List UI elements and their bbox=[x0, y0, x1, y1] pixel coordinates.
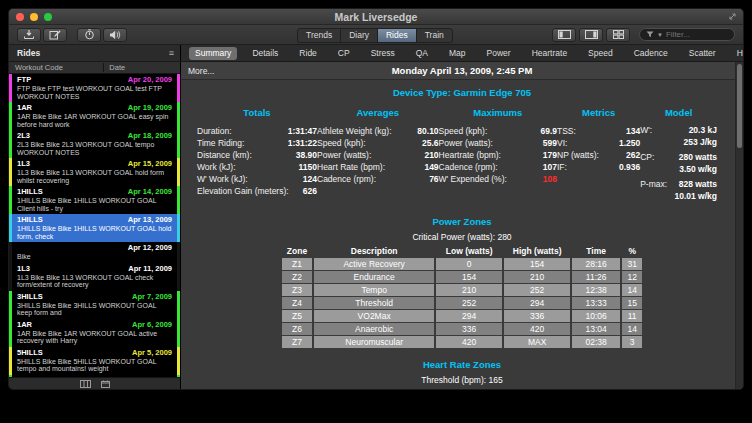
metric-label: Speed (kph): bbox=[439, 125, 488, 137]
view-diary[interactable]: Diary bbox=[341, 29, 378, 42]
zone-header-row: Zone Description Low (watts) High (watts… bbox=[282, 246, 642, 257]
ride-list-item[interactable]: FTPApr 20, 2009 FTP Bike FTP test WORKOU… bbox=[9, 74, 180, 102]
maximums-title: Maximums bbox=[439, 107, 557, 118]
tab-cadence[interactable]: Cadence bbox=[628, 47, 674, 60]
tab-heartrate[interactable]: Heartrate bbox=[526, 47, 573, 60]
metric-value: 253 J/kg bbox=[683, 137, 717, 147]
toggle-lowbar-button[interactable] bbox=[579, 28, 603, 42]
ride-color-stripe bbox=[9, 158, 12, 186]
metric-label: VI: bbox=[557, 137, 567, 149]
download-icon bbox=[23, 29, 35, 40]
rides-sidebar: Workout Code Date FTPApr 20, 2009 FTP Bi… bbox=[9, 62, 181, 390]
tab-stress[interactable]: Stress bbox=[365, 47, 401, 60]
ride-description: Bike bbox=[17, 253, 172, 261]
tab-row: Rides ≡ Summary Details Ride CP Stress Q… bbox=[9, 45, 743, 62]
tab-summary[interactable]: Summary bbox=[189, 47, 237, 60]
ride-list-item[interactable]: 5HILLSApr 5, 2009 5HILLS Bike Bike 5HILL… bbox=[9, 347, 180, 375]
power-zones-table: Zone Description Low (watts) High (watts… bbox=[280, 245, 644, 349]
tab-cp[interactable]: CP bbox=[332, 47, 356, 60]
summary-header-band: More... Monday April 13, 2009, 2:45 PM bbox=[181, 62, 743, 80]
fullscreen-icon[interactable] bbox=[728, 12, 737, 21]
tab-speed[interactable]: Speed bbox=[582, 47, 619, 60]
sidebar-menu-icon[interactable]: ≡ bbox=[169, 49, 174, 58]
ride-list-item[interactable]: 1HILLSApr 14, 2009 1HILLS Bike Bike 1HIL… bbox=[9, 186, 180, 214]
ride-summary-view: More... Monday April 13, 2009, 2:45 PM D… bbox=[181, 62, 743, 390]
column-date[interactable]: Date bbox=[104, 63, 180, 72]
tab-map[interactable]: Map bbox=[443, 47, 472, 60]
ride-description: 5HILLS Bike Bike 5HILLS WORKOUT GOAL tem… bbox=[17, 358, 172, 373]
main-scrollbar[interactable] bbox=[735, 62, 743, 390]
tab-details[interactable]: Details bbox=[246, 47, 284, 60]
more-link[interactable]: More... bbox=[188, 66, 214, 76]
tab-power[interactable]: Power bbox=[481, 47, 517, 60]
filter-input[interactable] bbox=[666, 30, 728, 39]
sidebar-panel-icon bbox=[558, 30, 571, 39]
ride-list-item[interactable]: 3HILLSApr 7, 2009 3HILLS Bike Bike 3HILL… bbox=[9, 291, 180, 319]
ride-list-item[interactable]: 1L3Apr 15, 2009 1L3 Bike Bike 1L3 WORKOU… bbox=[9, 158, 180, 186]
tab-qa[interactable]: QA bbox=[410, 47, 434, 60]
audio-button[interactable] bbox=[103, 28, 127, 42]
stopwatch-icon bbox=[84, 29, 95, 40]
ride-list-item[interactable]: 1ARApr 19, 2009 1AR Bike Bike 1AR WORKOU… bbox=[9, 102, 180, 130]
metric-label: Time Riding: bbox=[197, 137, 244, 149]
ride-code: 1L3 bbox=[17, 265, 30, 273]
ride-date: Apr 13, 2009 bbox=[128, 216, 172, 224]
zone-cell: 12 bbox=[622, 271, 642, 283]
hr-zones-title: Heart Rate Zones bbox=[181, 359, 743, 370]
zone-cell: 252 bbox=[436, 297, 502, 309]
tile-view-button[interactable] bbox=[606, 28, 630, 42]
metric-value: 80.10 bbox=[417, 125, 438, 137]
scrollbar-thumb[interactable] bbox=[737, 64, 742, 148]
ride-list-item[interactable]: 2L3Apr 4, 2009 2L3 Bike Bike 2L3 WORKOUT… bbox=[9, 375, 180, 378]
metric-label: Athlete Weight (kg): bbox=[317, 125, 392, 137]
zone-cell: MAX bbox=[504, 336, 570, 348]
zone-cell: Z2 bbox=[282, 271, 312, 283]
metric-value: 38.90 bbox=[296, 149, 317, 161]
ride-color-stripe bbox=[9, 242, 12, 263]
ride-color-stripe bbox=[9, 375, 12, 378]
download-ride-button[interactable] bbox=[17, 28, 41, 42]
ride-date: Apr 20, 2009 bbox=[128, 76, 172, 84]
ride-list-item[interactable]: 1ARApr 6, 2009 1AR Bike Bike 1AR WORKOUT… bbox=[9, 319, 180, 347]
view-trends[interactable]: Trends bbox=[298, 29, 341, 42]
ride-list-columns: Workout Code Date bbox=[9, 62, 180, 74]
metric-value: 0.936 bbox=[619, 161, 640, 173]
metric-label: W' Expended (%): bbox=[439, 173, 507, 185]
view-rides[interactable]: Rides bbox=[378, 29, 417, 42]
ride-list-item[interactable]: Apr 12, 2009 Bike bbox=[9, 242, 180, 263]
calendar-icon[interactable] bbox=[101, 380, 110, 388]
view-train[interactable]: Train bbox=[417, 29, 452, 42]
tab-scatter[interactable]: Scatter bbox=[683, 47, 722, 60]
averages-section: Averages Athlete Weight (kg):80.10 Speed… bbox=[317, 107, 439, 206]
ride-color-stripe bbox=[9, 130, 12, 158]
ride-date: Apr 14, 2009 bbox=[128, 188, 172, 196]
tab-ride[interactable]: Ride bbox=[293, 47, 322, 60]
zone-cell: Anaerobic bbox=[314, 323, 434, 335]
metric-label: W': bbox=[640, 125, 668, 147]
ride-color-stripe bbox=[177, 130, 180, 158]
metric-value-alert: 108 bbox=[543, 173, 557, 185]
ride-list-item-selected[interactable]: 1HILLSApr 13, 2009 1HILLS Bike Bike 1HIL… bbox=[9, 214, 180, 242]
zone-row: Z1Active Recovery015428:1631 bbox=[282, 258, 642, 270]
toggle-sidebar-button[interactable] bbox=[552, 28, 576, 42]
ride-description: 1AR Bike Bike 1AR WORKOUT GOAL easy spin… bbox=[17, 113, 172, 128]
metric-label: Power (watts): bbox=[439, 137, 493, 149]
manual-entry-button[interactable] bbox=[43, 28, 67, 42]
ride-color-stripe bbox=[9, 347, 12, 375]
ride-code: FTP bbox=[17, 76, 31, 84]
column-workout-code[interactable]: Workout Code bbox=[9, 63, 104, 72]
filter-field[interactable]: ▼ bbox=[639, 28, 735, 41]
ride-list-item[interactable]: 1L3Apr 11, 2009 1L3 Bike Bike 1L3 WORKOU… bbox=[9, 263, 180, 291]
metric-label: Heartrate (bpm): bbox=[439, 149, 501, 161]
tab-hrpw[interactable]: HrPw bbox=[731, 47, 744, 60]
tool-actions-group bbox=[77, 28, 127, 42]
interval-tool-button[interactable] bbox=[77, 28, 101, 42]
zone-cell: 154 bbox=[436, 271, 502, 283]
zone-cell: Z1 bbox=[282, 258, 312, 270]
zone-col-header: Time bbox=[572, 246, 620, 257]
metric-value: 149 bbox=[424, 161, 438, 173]
metric-value: 626 bbox=[303, 185, 317, 197]
zone-col-header: Zone bbox=[282, 246, 312, 257]
ride-list-item[interactable]: 2L3Apr 18, 2009 2L3 Bike Bike 2L3 WORKOU… bbox=[9, 130, 180, 158]
layout-columns-icon[interactable] bbox=[80, 380, 91, 388]
